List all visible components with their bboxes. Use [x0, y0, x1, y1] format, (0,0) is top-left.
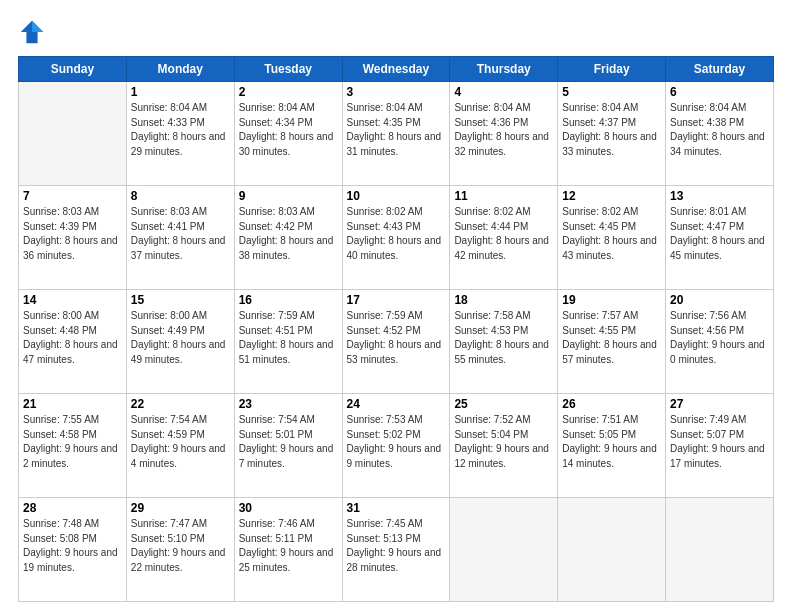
day-number: 24 — [347, 397, 446, 411]
day-info: Sunrise: 7:45 AMSunset: 5:13 PMDaylight:… — [347, 517, 446, 575]
day-cell: 24Sunrise: 7:53 AMSunset: 5:02 PMDayligh… — [342, 394, 450, 498]
day-info: Sunrise: 7:47 AMSunset: 5:10 PMDaylight:… — [131, 517, 230, 575]
day-number: 27 — [670, 397, 769, 411]
calendar-body: 1Sunrise: 8:04 AMSunset: 4:33 PMDaylight… — [19, 82, 774, 602]
day-number: 25 — [454, 397, 553, 411]
day-cell: 9Sunrise: 8:03 AMSunset: 4:42 PMDaylight… — [234, 186, 342, 290]
weekday-header-wednesday: Wednesday — [342, 57, 450, 82]
day-info: Sunrise: 7:46 AMSunset: 5:11 PMDaylight:… — [239, 517, 338, 575]
weekday-header-monday: Monday — [126, 57, 234, 82]
day-info: Sunrise: 7:59 AMSunset: 4:51 PMDaylight:… — [239, 309, 338, 367]
day-info: Sunrise: 8:03 AMSunset: 4:39 PMDaylight:… — [23, 205, 122, 263]
logo-icon — [18, 18, 46, 46]
day-cell: 29Sunrise: 7:47 AMSunset: 5:10 PMDayligh… — [126, 498, 234, 602]
day-number: 22 — [131, 397, 230, 411]
day-info: Sunrise: 8:04 AMSunset: 4:35 PMDaylight:… — [347, 101, 446, 159]
day-info: Sunrise: 8:04 AMSunset: 4:36 PMDaylight:… — [454, 101, 553, 159]
day-number: 20 — [670, 293, 769, 307]
page: SundayMondayTuesdayWednesdayThursdayFrid… — [0, 0, 792, 612]
day-number: 12 — [562, 189, 661, 203]
day-number: 6 — [670, 85, 769, 99]
day-info: Sunrise: 7:49 AMSunset: 5:07 PMDaylight:… — [670, 413, 769, 471]
day-info: Sunrise: 8:02 AMSunset: 4:45 PMDaylight:… — [562, 205, 661, 263]
day-info: Sunrise: 7:53 AMSunset: 5:02 PMDaylight:… — [347, 413, 446, 471]
day-cell — [558, 498, 666, 602]
day-info: Sunrise: 8:03 AMSunset: 4:42 PMDaylight:… — [239, 205, 338, 263]
calendar-header: SundayMondayTuesdayWednesdayThursdayFrid… — [19, 57, 774, 82]
day-info: Sunrise: 8:01 AMSunset: 4:47 PMDaylight:… — [670, 205, 769, 263]
day-cell: 16Sunrise: 7:59 AMSunset: 4:51 PMDayligh… — [234, 290, 342, 394]
day-cell: 10Sunrise: 8:02 AMSunset: 4:43 PMDayligh… — [342, 186, 450, 290]
day-info: Sunrise: 8:02 AMSunset: 4:43 PMDaylight:… — [347, 205, 446, 263]
day-number: 21 — [23, 397, 122, 411]
day-number: 26 — [562, 397, 661, 411]
day-info: Sunrise: 8:00 AMSunset: 4:49 PMDaylight:… — [131, 309, 230, 367]
day-info: Sunrise: 8:02 AMSunset: 4:44 PMDaylight:… — [454, 205, 553, 263]
day-cell: 12Sunrise: 8:02 AMSunset: 4:45 PMDayligh… — [558, 186, 666, 290]
day-cell: 18Sunrise: 7:58 AMSunset: 4:53 PMDayligh… — [450, 290, 558, 394]
day-number: 16 — [239, 293, 338, 307]
week-row-5: 28Sunrise: 7:48 AMSunset: 5:08 PMDayligh… — [19, 498, 774, 602]
day-info: Sunrise: 8:03 AMSunset: 4:41 PMDaylight:… — [131, 205, 230, 263]
day-info: Sunrise: 7:58 AMSunset: 4:53 PMDaylight:… — [454, 309, 553, 367]
weekday-header-tuesday: Tuesday — [234, 57, 342, 82]
weekday-header-saturday: Saturday — [666, 57, 774, 82]
day-cell: 21Sunrise: 7:55 AMSunset: 4:58 PMDayligh… — [19, 394, 127, 498]
day-cell: 8Sunrise: 8:03 AMSunset: 4:41 PMDaylight… — [126, 186, 234, 290]
day-cell: 13Sunrise: 8:01 AMSunset: 4:47 PMDayligh… — [666, 186, 774, 290]
weekday-header-thursday: Thursday — [450, 57, 558, 82]
day-number: 28 — [23, 501, 122, 515]
day-cell: 28Sunrise: 7:48 AMSunset: 5:08 PMDayligh… — [19, 498, 127, 602]
day-cell — [19, 82, 127, 186]
day-cell: 2Sunrise: 8:04 AMSunset: 4:34 PMDaylight… — [234, 82, 342, 186]
day-number: 31 — [347, 501, 446, 515]
day-info: Sunrise: 8:00 AMSunset: 4:48 PMDaylight:… — [23, 309, 122, 367]
day-number: 30 — [239, 501, 338, 515]
day-cell: 1Sunrise: 8:04 AMSunset: 4:33 PMDaylight… — [126, 82, 234, 186]
day-info: Sunrise: 7:51 AMSunset: 5:05 PMDaylight:… — [562, 413, 661, 471]
day-number: 18 — [454, 293, 553, 307]
day-number: 8 — [131, 189, 230, 203]
day-info: Sunrise: 7:56 AMSunset: 4:56 PMDaylight:… — [670, 309, 769, 367]
day-cell: 26Sunrise: 7:51 AMSunset: 5:05 PMDayligh… — [558, 394, 666, 498]
day-info: Sunrise: 7:59 AMSunset: 4:52 PMDaylight:… — [347, 309, 446, 367]
day-cell: 25Sunrise: 7:52 AMSunset: 5:04 PMDayligh… — [450, 394, 558, 498]
day-cell: 3Sunrise: 8:04 AMSunset: 4:35 PMDaylight… — [342, 82, 450, 186]
day-info: Sunrise: 7:54 AMSunset: 5:01 PMDaylight:… — [239, 413, 338, 471]
day-cell: 15Sunrise: 8:00 AMSunset: 4:49 PMDayligh… — [126, 290, 234, 394]
day-cell: 5Sunrise: 8:04 AMSunset: 4:37 PMDaylight… — [558, 82, 666, 186]
day-number: 7 — [23, 189, 122, 203]
day-info: Sunrise: 8:04 AMSunset: 4:34 PMDaylight:… — [239, 101, 338, 159]
day-number: 19 — [562, 293, 661, 307]
day-number: 11 — [454, 189, 553, 203]
day-cell: 14Sunrise: 8:00 AMSunset: 4:48 PMDayligh… — [19, 290, 127, 394]
day-info: Sunrise: 7:57 AMSunset: 4:55 PMDaylight:… — [562, 309, 661, 367]
weekday-header-sunday: Sunday — [19, 57, 127, 82]
day-info: Sunrise: 7:54 AMSunset: 4:59 PMDaylight:… — [131, 413, 230, 471]
calendar: SundayMondayTuesdayWednesdayThursdayFrid… — [18, 56, 774, 602]
day-info: Sunrise: 8:04 AMSunset: 4:33 PMDaylight:… — [131, 101, 230, 159]
day-cell: 17Sunrise: 7:59 AMSunset: 4:52 PMDayligh… — [342, 290, 450, 394]
week-row-2: 7Sunrise: 8:03 AMSunset: 4:39 PMDaylight… — [19, 186, 774, 290]
day-info: Sunrise: 7:52 AMSunset: 5:04 PMDaylight:… — [454, 413, 553, 471]
day-cell: 23Sunrise: 7:54 AMSunset: 5:01 PMDayligh… — [234, 394, 342, 498]
weekday-header-friday: Friday — [558, 57, 666, 82]
day-number: 4 — [454, 85, 553, 99]
day-cell: 4Sunrise: 8:04 AMSunset: 4:36 PMDaylight… — [450, 82, 558, 186]
day-number: 5 — [562, 85, 661, 99]
week-row-1: 1Sunrise: 8:04 AMSunset: 4:33 PMDaylight… — [19, 82, 774, 186]
day-number: 15 — [131, 293, 230, 307]
day-info: Sunrise: 7:55 AMSunset: 4:58 PMDaylight:… — [23, 413, 122, 471]
week-row-4: 21Sunrise: 7:55 AMSunset: 4:58 PMDayligh… — [19, 394, 774, 498]
day-cell: 6Sunrise: 8:04 AMSunset: 4:38 PMDaylight… — [666, 82, 774, 186]
day-number: 17 — [347, 293, 446, 307]
day-number: 14 — [23, 293, 122, 307]
day-cell: 7Sunrise: 8:03 AMSunset: 4:39 PMDaylight… — [19, 186, 127, 290]
weekday-row: SundayMondayTuesdayWednesdayThursdayFrid… — [19, 57, 774, 82]
day-number: 9 — [239, 189, 338, 203]
week-row-3: 14Sunrise: 8:00 AMSunset: 4:48 PMDayligh… — [19, 290, 774, 394]
day-number: 10 — [347, 189, 446, 203]
day-info: Sunrise: 8:04 AMSunset: 4:37 PMDaylight:… — [562, 101, 661, 159]
day-cell: 20Sunrise: 7:56 AMSunset: 4:56 PMDayligh… — [666, 290, 774, 394]
day-cell: 19Sunrise: 7:57 AMSunset: 4:55 PMDayligh… — [558, 290, 666, 394]
